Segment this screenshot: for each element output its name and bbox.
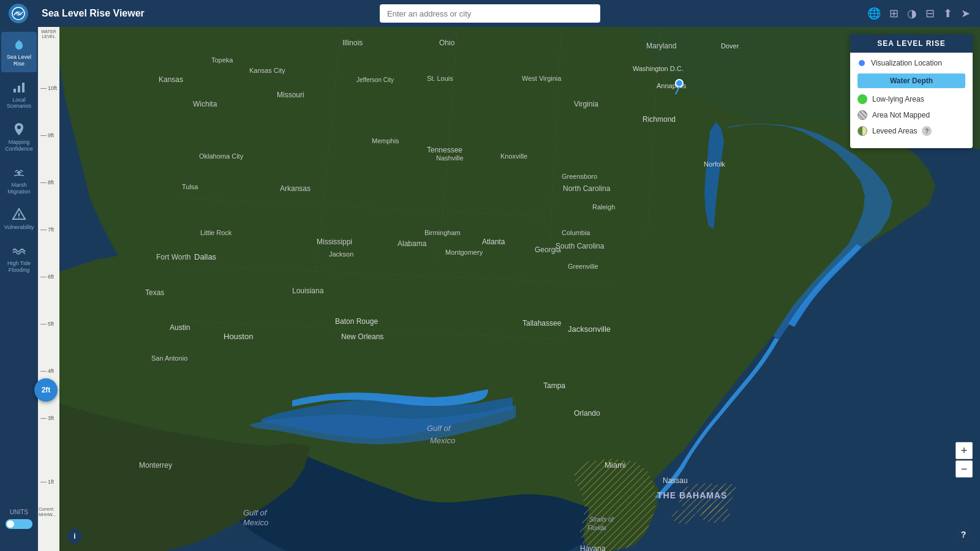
svg-text:Jackson: Jackson <box>329 250 353 258</box>
info-button[interactable]: i <box>67 529 82 544</box>
current-mhhw-label: Current:MHHW... <box>39 507 56 517</box>
globe-icon[interactable]: 🌐 <box>867 7 881 20</box>
svg-text:Norfolk: Norfolk <box>704 160 725 168</box>
legend-row-not-mapped: Area Not Mapped <box>858 110 965 120</box>
sidebar-item-local-scenarios[interactable]: Local Scenarios <box>1 75 37 115</box>
svg-text:Ohio: Ohio <box>439 39 455 47</box>
svg-text:Maryland: Maryland <box>646 42 676 50</box>
ruler-tick-5ft: 5ft <box>38 321 59 327</box>
svg-text:Tallahassee: Tallahassee <box>522 319 562 328</box>
legend-body: Visualization Location Water Depth Low-l… <box>850 53 973 148</box>
svg-text:Dover: Dover <box>721 42 739 50</box>
svg-text:Montgomery: Montgomery <box>445 249 483 256</box>
chart-icon <box>12 80 26 94</box>
share-icon[interactable]: ⬆ <box>943 7 952 20</box>
noaa-logo <box>9 4 28 23</box>
ruler-tick-4ft: 4ft <box>38 368 59 374</box>
svg-point-87 <box>676 80 683 87</box>
area-not-mapped-label: Area Not Mapped <box>872 111 930 119</box>
svg-text:West Virginia: West Virginia <box>522 75 562 82</box>
svg-text:Jacksonville: Jacksonville <box>568 324 611 334</box>
grid-icon[interactable]: ⊞ <box>889 7 899 20</box>
sidebar-label-local: Local Scenarios <box>4 97 34 110</box>
ruler-tick-6ft: 6ft <box>38 274 59 280</box>
svg-rect-3 <box>13 89 16 92</box>
svg-point-9 <box>18 217 20 218</box>
sidebar-item-sea-level-rise[interactable]: Sea Level Rise <box>1 32 37 72</box>
svg-text:Arkansas: Arkansas <box>280 184 311 193</box>
ruler-label: WATERLEVEL <box>38 29 59 40</box>
map-svg: Illinois Ohio Maryland Dover Kansas City… <box>59 27 980 551</box>
svg-text:Illinois: Illinois <box>342 39 363 47</box>
header: Sea Level Rise Viewer 🌐 ⊞ ◑ ⊟ ⬆ ➤ <box>0 0 980 27</box>
legend-row-vis-location: Visualization Location <box>858 59 965 67</box>
visualization-location-icon <box>858 59 866 67</box>
svg-text:Louisiana: Louisiana <box>292 287 324 295</box>
location-icon[interactable]: ➤ <box>961 7 970 20</box>
map-container[interactable]: Illinois Ohio Maryland Dover Kansas City… <box>59 27 980 551</box>
zoom-out-button[interactable]: − <box>956 460 973 478</box>
svg-text:Greenville: Greenville <box>568 263 598 270</box>
viz-location-label: Visualization Location <box>871 59 942 67</box>
contrast-icon[interactable]: ◑ <box>907 7 917 20</box>
water-ruler: WATERLEVEL 10ft 9ft 8ft 7ft 6ft 5ft 4ft … <box>38 27 59 551</box>
svg-point-6 <box>17 126 21 129</box>
svg-text:Mississippi: Mississippi <box>317 238 352 246</box>
low-lying-label: Low-lying Areas <box>872 95 924 103</box>
svg-text:Washington D.C.: Washington D.C. <box>633 65 684 72</box>
svg-text:Houston: Houston <box>224 332 253 341</box>
zoom-in-button[interactable]: + <box>956 442 973 459</box>
svg-text:Columbia: Columbia <box>562 229 590 236</box>
svg-text:Miami: Miami <box>605 460 626 470</box>
svg-text:Greensboro: Greensboro <box>562 173 597 180</box>
sidebar-label-marsh: Marsh Migration <box>4 182 34 195</box>
svg-text:Mexico: Mexico <box>243 518 268 527</box>
svg-text:Florida: Florida <box>587 525 606 531</box>
svg-rect-5 <box>22 83 24 92</box>
current-level-bubble[interactable]: 2ft <box>34 378 58 402</box>
sidebar-label-tide: High Tide Flooding <box>4 260 34 274</box>
svg-text:Gulf of: Gulf of <box>243 508 268 517</box>
svg-text:St. Louis: St. Louis <box>427 75 453 82</box>
svg-text:Atlanta: Atlanta <box>482 238 505 246</box>
svg-text:Kansas City: Kansas City <box>249 67 285 74</box>
sidebar-item-mapping[interactable]: Mapping Confidence <box>1 117 37 157</box>
svg-text:Alabama: Alabama <box>398 239 427 248</box>
svg-text:Nassau: Nassau <box>663 476 688 485</box>
units-toggle[interactable] <box>0 519 38 529</box>
svg-rect-4 <box>18 86 20 92</box>
sidebar-item-marsh[interactable]: Marsh Migration <box>1 160 37 200</box>
water-drops-icon <box>12 37 26 51</box>
search-input[interactable] <box>380 4 600 23</box>
sidebar-item-vulnerability[interactable]: Vulnerability <box>1 202 37 236</box>
ruler-tick-7ft: 7ft <box>38 227 59 233</box>
search-container <box>380 4 600 23</box>
ruler-tick-3ft: 3ft <box>38 415 59 421</box>
svg-text:Knoxville: Knoxville <box>500 152 527 160</box>
sidebar: Sea Level Rise Local Scenarios Mapping C… <box>0 27 38 551</box>
sidebar-label-mapping: Mapping Confidence <box>4 139 34 152</box>
svg-text:Orlando: Orlando <box>574 409 600 418</box>
svg-text:Richmond: Richmond <box>643 115 676 124</box>
sidebar-item-high-tide[interactable]: High Tide Flooding <box>1 238 37 279</box>
area-not-mapped-icon <box>858 110 867 120</box>
svg-text:Dallas: Dallas <box>194 252 217 261</box>
logo-area <box>0 0 37 27</box>
ruler-tick-9ft: 9ft <box>38 132 59 138</box>
help-button[interactable]: ? <box>954 525 973 544</box>
svg-text:Nashville: Nashville <box>436 154 464 162</box>
units-label: UNITS <box>10 509 28 515</box>
layers-icon[interactable]: ⊟ <box>925 7 935 20</box>
legend-row-low-lying: Low-lying Areas <box>858 94 965 104</box>
leveed-help-icon[interactable]: ? <box>922 126 932 136</box>
header-icons: 🌐 ⊞ ◑ ⊟ ⬆ ➤ <box>867 7 970 20</box>
wave-icon <box>12 243 26 258</box>
ruler-tick-8ft: 8ft <box>38 179 59 186</box>
svg-text:Virginia: Virginia <box>574 100 598 108</box>
water-depth-button[interactable]: Water Depth <box>858 73 965 88</box>
svg-text:Birmingham: Birmingham <box>424 229 461 236</box>
svg-text:Topeka: Topeka <box>211 56 233 64</box>
svg-text:Texas: Texas <box>145 288 164 297</box>
svg-text:Memphis: Memphis <box>372 137 399 144</box>
svg-text:Fort Worth: Fort Worth <box>156 253 190 261</box>
